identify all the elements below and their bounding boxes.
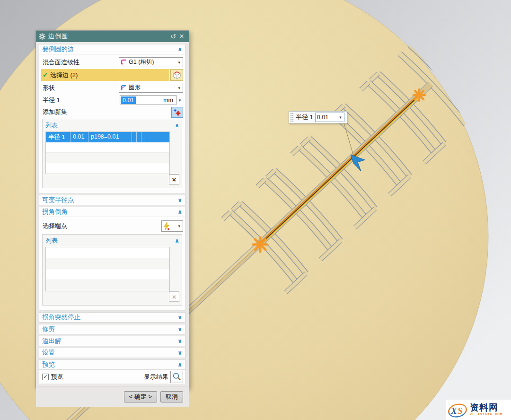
list-row-empty[interactable] <box>46 153 169 163</box>
section-title: 修剪 <box>42 325 177 333</box>
radius-list-table[interactable]: 半径 1 0.01 p198=0.01 <box>45 131 170 174</box>
dialog-titlebar[interactable]: 边倒圆 ↺ × <box>36 31 189 42</box>
cancel-button[interactable]: 取消 <box>160 391 183 402</box>
show-result-button[interactable] <box>170 371 183 383</box>
onscreen-radius-field[interactable]: 0.01 ▾ <box>315 113 344 122</box>
section-title: 溢出解 <box>42 337 177 345</box>
list-row-empty[interactable] <box>46 258 169 269</box>
list1-header: 列表 <box>45 121 175 130</box>
snap-cube-button[interactable] <box>170 69 183 81</box>
list-row-empty[interactable] <box>46 280 169 291</box>
application-window: 半径 1 0.01 ▾ 边倒圆 ↺ × <box>0 0 511 420</box>
section-title: 预览 <box>42 360 177 369</box>
endpoint-marker-start[interactable] <box>253 237 267 252</box>
expand-icon[interactable]: ∨ <box>177 338 182 344</box>
radius1-input[interactable]: 0.01 mm <box>120 95 176 105</box>
shape-label: 形状 <box>41 84 119 92</box>
expand-icon[interactable]: ∨ <box>177 350 182 356</box>
radius-list-group: 列表 ∧ 半径 1 0.01 p198=0.01 <box>42 119 182 188</box>
section-title: 设置 <box>42 349 177 357</box>
svg-text:X: X <box>450 406 458 416</box>
select-endpoint-label: 选择端点 <box>41 222 161 230</box>
select-endpoint-button[interactable]: ▾ <box>161 220 183 232</box>
endpoint-list-table[interactable] <box>45 247 170 291</box>
expand-icon[interactable]: ∨ <box>177 326 182 332</box>
onscreen-radius-input[interactable]: 半径 1 0.01 ▾ <box>289 111 347 123</box>
unit-dropdown-icon[interactable]: ▾ <box>176 98 183 103</box>
close-button[interactable]: × <box>177 32 186 41</box>
radius1-value[interactable]: 0.01 <box>121 96 136 104</box>
section-edges-to-blend[interactable]: 要倒圆的边 ∧ <box>39 44 185 54</box>
chevron-down-icon[interactable]: ▾ <box>177 86 181 90</box>
collapse-icon[interactable]: ∧ <box>177 209 182 215</box>
onscreen-radius-value[interactable]: 0.01 <box>317 114 338 121</box>
reset-button[interactable]: ↺ <box>169 33 177 40</box>
section-variable-radius[interactable]: 可变半径点 ∨ <box>39 195 185 205</box>
drag-grip[interactable] <box>290 113 293 122</box>
continuity-value: G1 (相切) <box>129 58 177 66</box>
watermark: X S 资料网 ZL.XS1616.COM <box>446 400 511 420</box>
onscreen-radius-label: 半径 1 <box>296 113 313 122</box>
chevron-down-icon[interactable]: ▾ <box>177 60 181 65</box>
chevron-down-icon[interactable]: ▾ <box>338 115 343 120</box>
add-new-set-button[interactable] <box>171 107 183 118</box>
section-title: 要倒圆的边 <box>42 45 177 53</box>
fillet-g1-icon <box>121 59 127 65</box>
cube-icon <box>173 71 181 79</box>
section-preview[interactable]: 预览 ∧ <box>39 359 185 370</box>
section-corner-chamfer[interactable]: 拐角倒角 ∧ <box>39 207 185 217</box>
edge-blend-dialog: 边倒圆 ↺ × 要倒圆的边 ∧ 混合面连续性 <box>35 30 189 388</box>
magnifier-icon <box>172 372 181 381</box>
add-set-icon <box>173 108 181 116</box>
expand-icon[interactable]: ∨ <box>177 314 182 321</box>
cell-name[interactable]: 半径 1 <box>46 132 70 142</box>
section-corner-stop[interactable]: 拐角突然停止 ∨ <box>39 312 185 323</box>
add-new-set-label: 添加新集 <box>41 108 171 116</box>
endpoint-list-group: 列表 ∧ × <box>42 234 182 306</box>
section-title: 拐角倒角 <box>42 208 177 216</box>
list-row-empty[interactable] <box>46 247 169 258</box>
preview-checkbox-label: 预览 <box>51 373 144 381</box>
section-title: 可变半径点 <box>42 196 177 204</box>
radius1-label: 半径 1 <box>41 96 120 105</box>
shape-dropdown[interactable]: 圆形 ▾ <box>119 83 183 93</box>
svg-text:S: S <box>458 406 463 416</box>
dialog-title: 边倒圆 <box>48 32 169 41</box>
cell-value[interactable]: 0.01 <box>70 132 88 142</box>
continuity-dropdown[interactable]: G1 (相切) ▾ <box>119 57 183 67</box>
watermark-site-url: ZL.XS1616.COM <box>470 413 502 417</box>
check-icon: ✔ <box>43 71 48 79</box>
collapse-icon[interactable]: ∧ <box>177 361 182 368</box>
section-trim[interactable]: 修剪 ∨ <box>39 324 185 334</box>
section-overflow[interactable]: 溢出解 ∨ <box>39 336 185 346</box>
endpoint-marker-end[interactable] <box>414 89 425 101</box>
watermark-site-name: 资料网 <box>470 403 502 412</box>
watermark-logo: X S <box>447 401 469 419</box>
collapse-icon[interactable]: ∧ <box>175 122 179 129</box>
remove-list-item-button-disabled: × <box>169 291 179 302</box>
select-edge-label: 选择边 (2) <box>50 71 78 79</box>
chevron-down-icon[interactable]: ▾ <box>177 224 181 228</box>
select-edge-row[interactable]: ✔ 选择边 (2) <box>41 69 169 81</box>
section-settings[interactable]: 设置 ∨ <box>39 348 185 358</box>
continuity-label: 混合面连续性 <box>41 58 119 67</box>
expand-icon[interactable]: ∨ <box>177 197 182 203</box>
collapse-icon[interactable]: ∧ <box>175 237 179 244</box>
list-row-empty[interactable] <box>46 269 169 280</box>
cell-expression[interactable]: p198=0.01 <box>88 132 132 142</box>
section-title: 拐角突然停止 <box>42 313 177 322</box>
fillet-circular-icon <box>121 85 127 91</box>
list2-header: 列表 <box>45 236 175 245</box>
remove-list-item-button[interactable]: × <box>169 174 179 184</box>
shape-value: 圆形 <box>129 84 177 92</box>
list-row-empty[interactable] <box>46 142 169 153</box>
ok-button[interactable]: < 确定 > <box>124 391 157 402</box>
collapse-icon[interactable]: ∧ <box>177 46 182 52</box>
gear-icon <box>39 33 45 40</box>
radius1-unit: mm <box>136 97 176 104</box>
list-row-empty[interactable] <box>46 163 169 174</box>
list-row-selected[interactable]: 半径 1 0.01 p198=0.01 <box>46 132 169 142</box>
show-result-label: 显示结果 <box>144 373 168 381</box>
preview-checkbox[interactable]: ✓ <box>42 374 49 380</box>
lightning-icon <box>163 222 170 230</box>
